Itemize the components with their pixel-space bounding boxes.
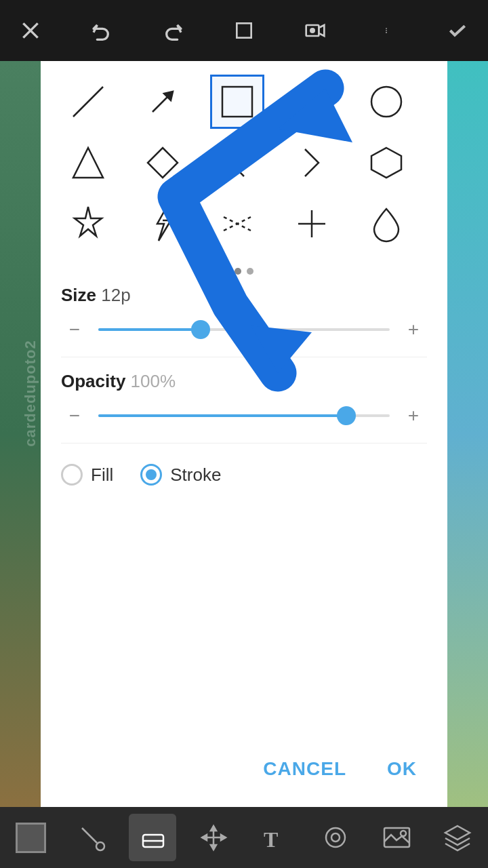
svg-marker-18 <box>75 207 102 236</box>
svg-text:T: T <box>264 827 278 852</box>
size-increase-button[interactable]: + <box>400 316 427 343</box>
size-section: Size 12p − + <box>41 278 447 350</box>
dot-1 <box>235 268 241 275</box>
svg-point-37 <box>331 833 340 842</box>
shape-diamond[interactable] <box>136 136 190 190</box>
divider-2 <box>61 443 427 443</box>
fill-radio[interactable] <box>61 464 83 486</box>
cancel-button[interactable]: CANCEL <box>260 751 350 787</box>
undo-button[interactable] <box>85 14 119 47</box>
size-slider-row: − + <box>61 316 427 343</box>
svg-point-26 <box>96 842 104 850</box>
ok-button[interactable]: OK <box>384 751 420 787</box>
svg-marker-31 <box>211 826 216 831</box>
size-decrease-button[interactable]: − <box>61 316 88 343</box>
size-slider-track[interactable] <box>98 328 390 331</box>
eraser-button[interactable] <box>129 814 176 861</box>
svg-point-6 <box>386 28 387 29</box>
shape-layer-button[interactable] <box>312 814 359 861</box>
shape-line[interactable] <box>61 75 115 129</box>
opacity-decrease-button[interactable]: − <box>61 402 88 429</box>
video-button[interactable] <box>298 14 332 47</box>
shape-circle[interactable] <box>359 75 413 129</box>
stroke-radio[interactable] <box>140 464 162 486</box>
brush-button[interactable] <box>68 814 115 861</box>
divider-1 <box>61 357 427 357</box>
svg-marker-34 <box>221 835 226 840</box>
shape-arrow[interactable] <box>136 75 190 129</box>
svg-line-9 <box>73 87 103 117</box>
confirm-button[interactable] <box>441 14 474 47</box>
size-label: Size 12p <box>61 285 427 306</box>
svg-marker-4 <box>319 25 324 36</box>
shape-chevron-right[interactable] <box>285 136 339 190</box>
svg-rect-13 <box>297 87 327 117</box>
bg-left <box>0 61 41 807</box>
svg-line-20 <box>224 217 251 231</box>
shape-dialog: Size 12p − + Opacity 100% − + <box>41 61 447 807</box>
active-color-swatch <box>16 823 46 853</box>
fill-stroke-row: Fill Stroke <box>41 450 447 499</box>
size-slider-thumb[interactable] <box>191 320 210 339</box>
svg-marker-32 <box>211 845 216 850</box>
svg-point-39 <box>401 831 406 836</box>
page-dots <box>41 268 447 275</box>
shape-drop[interactable] <box>359 197 413 251</box>
svg-point-36 <box>326 828 345 847</box>
bg-right <box>447 61 488 807</box>
shape-rectangle[interactable] <box>210 75 264 129</box>
shape-lightning[interactable] <box>136 197 190 251</box>
bottom-toolbar: T <box>0 807 488 868</box>
svg-line-25 <box>82 828 97 843</box>
svg-marker-17 <box>371 148 401 178</box>
svg-point-5 <box>310 28 314 32</box>
opacity-increase-button[interactable]: + <box>400 402 427 429</box>
top-toolbar <box>0 0 488 61</box>
close-button[interactable] <box>14 14 47 47</box>
svg-point-8 <box>386 32 387 33</box>
svg-point-7 <box>386 30 387 31</box>
fill-option[interactable]: Fill <box>61 464 113 486</box>
opacity-slider-fill <box>98 414 346 417</box>
svg-point-14 <box>371 87 401 117</box>
fill-label: Fill <box>91 465 113 486</box>
svg-marker-15 <box>73 148 103 178</box>
image-button[interactable] <box>373 814 420 861</box>
shape-selector-grid <box>41 61 447 264</box>
svg-rect-12 <box>222 87 252 117</box>
more-button[interactable] <box>369 14 403 47</box>
shape-triangle[interactable] <box>61 136 115 190</box>
opacity-slider-row: − + <box>61 402 427 429</box>
shape-chevron-left[interactable] <box>210 136 264 190</box>
shape-misc1[interactable] <box>210 197 264 251</box>
svg-marker-40 <box>445 826 470 840</box>
redo-button[interactable] <box>156 14 190 47</box>
stroke-option[interactable]: Stroke <box>140 464 221 486</box>
text-button[interactable]: T <box>251 814 298 861</box>
crop-button[interactable] <box>227 14 261 47</box>
dialog-buttons: CANCEL OK <box>41 738 447 807</box>
svg-marker-33 <box>202 835 207 840</box>
opacity-label: Opacity 100% <box>61 371 427 392</box>
shape-misc2[interactable] <box>285 197 339 251</box>
opacity-slider-track[interactable] <box>98 414 390 417</box>
opacity-section: Opacity 100% − + <box>41 364 447 436</box>
shape-rounded-rect[interactable] <box>285 75 339 129</box>
move-button[interactable] <box>190 814 237 861</box>
svg-marker-16 <box>148 148 178 178</box>
svg-rect-2 <box>237 23 251 37</box>
opacity-slider-thumb[interactable] <box>337 406 356 425</box>
color-swatch-button[interactable] <box>7 814 54 861</box>
layers-button[interactable] <box>434 814 481 861</box>
dot-2 <box>247 268 253 275</box>
stroke-label: Stroke <box>170 465 221 486</box>
shape-star-6[interactable] <box>61 197 115 251</box>
shape-hexagon[interactable] <box>359 136 413 190</box>
size-slider-fill <box>98 328 201 331</box>
